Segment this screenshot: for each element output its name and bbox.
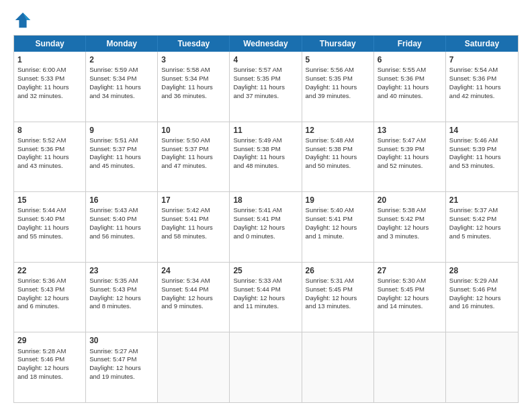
day-info-line: and 32 minutes. [17, 92, 82, 101]
day-number: 10 [161, 125, 226, 136]
day-info-line: Daylight: 11 hours [233, 153, 298, 162]
header-day-friday: Friday [374, 36, 446, 52]
day-info-line: Sunset: 5:42 PM [449, 215, 515, 224]
day-info-line: Sunrise: 5:46 AM [449, 136, 515, 145]
day-cell-6: 6Sunrise: 5:55 AMSunset: 5:36 PMDaylight… [374, 52, 446, 122]
calendar-row-4: 22Sunrise: 5:36 AMSunset: 5:43 PMDayligh… [14, 262, 518, 332]
day-number: 4 [233, 54, 298, 65]
day-info-line: Daylight: 11 hours [449, 83, 515, 92]
calendar-row-5: 29Sunrise: 5:28 AMSunset: 5:46 PMDayligh… [14, 332, 518, 402]
day-cell-9: 9Sunrise: 5:51 AMSunset: 5:37 PMDaylight… [86, 122, 158, 192]
day-info-line: and 55 minutes. [17, 232, 82, 241]
day-number: 25 [233, 265, 298, 276]
logo-icon [13, 11, 32, 30]
day-info-line: Sunrise: 5:30 AM [378, 277, 442, 285]
day-info-line: Sunset: 5:38 PM [233, 145, 298, 154]
day-info-line: Sunrise: 5:31 AM [306, 277, 370, 285]
day-cell-1: 1Sunrise: 6:00 AMSunset: 5:33 PMDaylight… [14, 52, 86, 122]
day-info-line: Daylight: 12 hours [17, 294, 82, 303]
day-number: 16 [89, 195, 154, 205]
day-cell-3: 3Sunrise: 5:58 AMSunset: 5:34 PMDaylight… [158, 52, 230, 122]
day-cell-10: 10Sunrise: 5:50 AMSunset: 5:37 PMDayligh… [158, 122, 230, 192]
header-day-wednesday: Wednesday [230, 36, 302, 52]
day-number: 9 [89, 125, 154, 136]
day-cell-15: 15Sunrise: 5:44 AMSunset: 5:40 PMDayligh… [14, 192, 86, 262]
day-info-line: Sunrise: 5:38 AM [378, 206, 442, 215]
day-info-line: Sunrise: 5:29 AM [449, 277, 515, 285]
day-info-line: Sunrise: 5:54 AM [449, 66, 515, 75]
day-info-line: Sunrise: 5:33 AM [233, 277, 298, 285]
day-info-line: Sunset: 5:34 PM [161, 75, 226, 83]
day-cell-11: 11Sunrise: 5:49 AMSunset: 5:38 PMDayligh… [230, 122, 302, 192]
day-cell-empty [446, 332, 518, 402]
day-info-line: Sunset: 5:41 PM [306, 215, 370, 224]
day-info-line: Sunset: 5:36 PM [449, 75, 515, 83]
day-info-line: Sunrise: 5:37 AM [449, 206, 515, 215]
day-info-line: Sunset: 5:40 PM [89, 215, 154, 224]
header-day-monday: Monday [86, 36, 158, 52]
day-cell-2: 2Sunrise: 5:59 AMSunset: 5:34 PMDaylight… [86, 52, 158, 122]
day-info-line: Sunset: 5:39 PM [378, 145, 442, 154]
day-cell-26: 26Sunrise: 5:31 AMSunset: 5:45 PMDayligh… [302, 263, 374, 332]
header-day-tuesday: Tuesday [158, 36, 230, 52]
day-number: 30 [89, 335, 154, 346]
day-info-line: and 19 minutes. [89, 373, 154, 381]
calendar: SundayMondayTuesdayWednesdayThursdayFrid… [13, 35, 519, 403]
day-info-line: Sunset: 5:46 PM [449, 285, 515, 294]
day-number: 13 [378, 125, 442, 136]
day-number: 24 [161, 265, 226, 276]
day-info-line: Sunset: 5:41 PM [161, 215, 226, 224]
day-info-line: and 50 minutes. [306, 162, 370, 171]
day-info-line: Daylight: 11 hours [378, 83, 442, 92]
header-day-sunday: Sunday [14, 36, 86, 52]
day-info-line: Sunset: 5:44 PM [161, 285, 226, 294]
day-info-line: and 40 minutes. [378, 92, 442, 101]
day-info-line: Daylight: 11 hours [89, 83, 154, 92]
day-info-line: Sunset: 5:35 PM [306, 75, 370, 83]
day-number: 27 [378, 265, 442, 276]
day-info-line: Sunset: 5:45 PM [306, 285, 370, 294]
day-info-line: Sunrise: 5:48 AM [306, 136, 370, 145]
day-info-line: Sunset: 5:37 PM [89, 145, 154, 154]
day-info-line: Sunset: 5:43 PM [89, 285, 154, 294]
day-cell-12: 12Sunrise: 5:48 AMSunset: 5:38 PMDayligh… [302, 122, 374, 192]
day-info-line: Sunrise: 5:28 AM [17, 347, 82, 356]
day-info-line: and 48 minutes. [233, 162, 298, 171]
day-number: 17 [161, 195, 226, 205]
day-number: 18 [233, 195, 298, 205]
day-info-line: Daylight: 12 hours [89, 364, 154, 373]
day-info-line: Sunrise: 5:44 AM [17, 206, 82, 215]
day-info-line: Sunset: 5:43 PM [17, 285, 82, 294]
day-number: 22 [17, 265, 82, 276]
day-info-line: Daylight: 12 hours [378, 224, 442, 232]
day-info-line: Sunset: 5:47 PM [89, 355, 154, 364]
day-info-line: Daylight: 11 hours [17, 224, 82, 232]
day-number: 2 [89, 54, 154, 65]
day-info-line: and 37 minutes. [233, 92, 298, 101]
day-info-line: Daylight: 12 hours [17, 364, 82, 373]
day-info-line: Daylight: 12 hours [89, 294, 154, 303]
day-info-line: and 53 minutes. [449, 162, 515, 171]
day-cell-14: 14Sunrise: 5:46 AMSunset: 5:39 PMDayligh… [446, 122, 518, 192]
day-info-line: and 6 minutes. [17, 302, 82, 311]
day-info-line: Daylight: 12 hours [161, 294, 226, 303]
day-info-line: Sunrise: 5:52 AM [17, 136, 82, 145]
day-info-line: Daylight: 12 hours [233, 294, 298, 303]
calendar-row-2: 8Sunrise: 5:52 AMSunset: 5:36 PMDaylight… [14, 122, 518, 192]
calendar-body: 1Sunrise: 6:00 AMSunset: 5:33 PMDaylight… [14, 52, 518, 402]
day-info-line: Sunset: 5:40 PM [17, 215, 82, 224]
day-number: 21 [449, 195, 515, 205]
day-info-line: and 9 minutes. [161, 302, 226, 311]
day-cell-empty [230, 332, 302, 402]
logo [13, 11, 35, 30]
day-info-line: and 8 minutes. [89, 302, 154, 311]
day-info-line: Sunrise: 5:55 AM [378, 66, 442, 75]
day-info-line: Sunrise: 5:36 AM [17, 277, 82, 285]
day-info-line: Daylight: 11 hours [89, 153, 154, 162]
day-info-line: and 11 minutes. [233, 302, 298, 311]
day-info-line: Sunrise: 5:35 AM [89, 277, 154, 285]
day-info-line: Sunset: 5:39 PM [449, 145, 515, 154]
day-info-line: and 5 minutes. [449, 232, 515, 241]
day-info-line: and 18 minutes. [17, 373, 82, 381]
day-number: 19 [306, 195, 370, 205]
